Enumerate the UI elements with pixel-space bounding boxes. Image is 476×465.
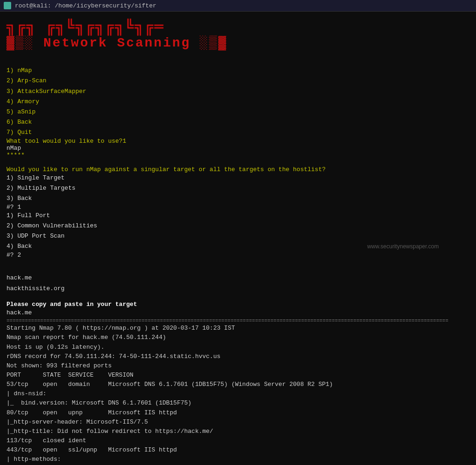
target-opt-3: 3) Back <box>7 193 469 204</box>
menu-list: 1) nMap 2) Arp-Scan 3) AttackSurfaceMapp… <box>7 66 469 138</box>
menu-item-7: 7) Quit <box>7 127 469 138</box>
target-1: hack.me <box>7 273 469 283</box>
target-2: hackthissite.org <box>7 284 469 294</box>
menu-item-5: 5) aSnip <box>7 107 469 117</box>
target-input: hack.me <box>7 308 469 318</box>
nmap-port2: 80/tcp open upnp Microsoft IIS httpd <box>7 408 469 418</box>
separator-line: ========================================… <box>7 318 469 324</box>
nmap-port4: 443/tcp open ssl/upnp Microsoft IIS http… <box>7 445 469 455</box>
title-bar: root@kali: /home/iicybersecurity/sifter <box>0 0 476 12</box>
stars: ***** <box>7 152 469 159</box>
nmap-dns-nsid: | dns-nsid: <box>7 389 469 399</box>
scan-opt-3: 3) UDP Port Scan <box>7 231 469 241</box>
nmap-port1: 53/tcp open domain Microsoft DNS 6.1.760… <box>7 380 469 389</box>
scan-opt-2: 2) Common Vulnerabilities <box>7 221 469 231</box>
prompt1: #? 1 <box>7 204 469 211</box>
nmap-line2: Nmap scan report for hack.me (74.50.111.… <box>7 333 469 342</box>
nmap-bind-version: |_ bind.version: Microsoft DNS 6.1.7601 … <box>7 399 469 408</box>
terminal-icon <box>4 2 11 9</box>
watermark: www.securitynewspaper.com <box>367 243 439 250</box>
target-opt-1: 1) Single Target <box>7 173 469 183</box>
nmap-line3: Host is up (0.12s latency). <box>7 343 469 352</box>
nmap-http-server: |_http-server-header: Microsoft-IIS/7.5 <box>7 418 469 427</box>
nmap-http-title: |_http-title: Did not follow redirect to… <box>7 427 469 436</box>
nmap-line4: rDNS record for 74.50.111.244: 74-50-111… <box>7 352 469 361</box>
tool-prompt: What tool would you like to use?1 <box>7 138 469 145</box>
nmap-http-methods: | http-methods: <box>7 455 469 464</box>
nmap-line1: Starting Nmap 7.80 ( https://nmap.org ) … <box>7 324 469 333</box>
terminal-body: ╗╔╗ ╔╗╚╗╔╗╔╗╚╗╔═ ▓▒░ Network Scanning ░▒… <box>0 12 476 465</box>
nmap-table-header: PORT STATE SERVICE VERSION <box>7 371 469 380</box>
menu-item-2: 2) Arp-Scan <box>7 76 469 86</box>
target-question: Would you like to run nMap against a sin… <box>7 166 469 173</box>
copy-paste-prompt: Please copy and paste in your target <box>7 301 469 308</box>
nmap-port3: 113/tcp closed ident <box>7 436 469 445</box>
nmap-output: Starting Nmap 7.80 ( https://nmap.org ) … <box>7 324 469 465</box>
tool-answer: nMap <box>7 145 469 152</box>
menu-item-6: 6) Back <box>7 117 469 127</box>
target-opt-2: 2) Multiple Targets <box>7 183 469 193</box>
ascii-art: ╗╔╗ ╔╗╚╗╔╗╔╗╚╗╔═ ▓▒░ Network Scanning ░▒… <box>7 19 469 51</box>
menu-item-4: 4) Armory <box>7 97 469 107</box>
scan-opt-1: 1) Full Port <box>7 211 469 221</box>
ascii-art-rendered: ╗╔╗ ╔╗╚╗╔╗╔╗╚╗╔═ ▓▒░ Network Scanning ░▒… <box>7 19 469 51</box>
nmap-line5: Not shown: 993 filtered ports <box>7 361 469 371</box>
prompt2: #? 2 <box>7 252 469 259</box>
menu-item-3: 3) AttackSurfaceMapper <box>7 86 469 97</box>
menu-item-1: 1) nMap <box>7 66 469 76</box>
title-bar-text: root@kali: /home/iicybersecurity/sifter <box>15 2 156 9</box>
